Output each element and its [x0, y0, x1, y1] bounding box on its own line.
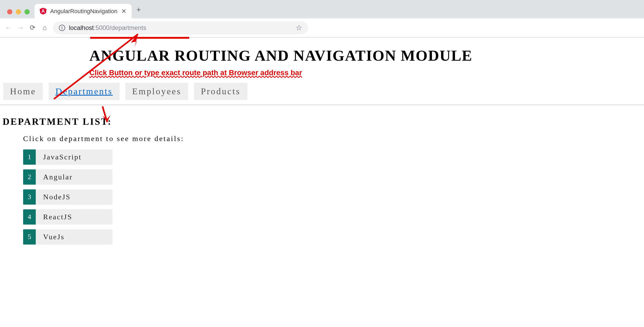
dept-id-badge: 3 [23, 189, 36, 205]
list-item[interactable]: 5 VueJs [23, 229, 113, 245]
new-tab-button[interactable]: + [132, 5, 146, 17]
nav-tab-label: Departments [55, 86, 113, 96]
dept-name: ReactJS [36, 213, 72, 221]
url-text: localhost:5000/departments [69, 24, 146, 32]
site-info-icon[interactable]: i [59, 25, 65, 31]
url-host: localhost [69, 24, 94, 31]
home-button[interactable]: ⌂ [41, 24, 48, 32]
dept-name: VueJs [36, 233, 65, 241]
dept-id-badge: 4 [23, 209, 36, 225]
browser-chrome: A AngularRoutingNavigation ✕ + ← → ⟳ ⌂ i… [0, 0, 644, 38]
nav-tab-products[interactable]: Products [194, 83, 247, 100]
list-item[interactable]: 1 JavaScript [23, 149, 113, 165]
bookmark-star-icon[interactable]: ☆ [296, 23, 302, 32]
tab-strip: A AngularRoutingNavigation ✕ + [0, 0, 644, 18]
department-list: 1 JavaScript 2 Angular 3 NodeJS 4 ReactJ… [23, 149, 644, 245]
sub-instruction: Click on department to see more details: [23, 134, 644, 143]
address-bar[interactable]: i localhost:5000/departments ☆ [53, 21, 308, 34]
reload-button[interactable]: ⟳ [29, 24, 36, 32]
nav-tab-label: Home [10, 86, 36, 96]
maximize-window-icon[interactable] [24, 9, 30, 14]
window-controls [4, 9, 34, 18]
nav-tab-departments[interactable]: Departments [49, 83, 120, 100]
dept-id-badge: 2 [23, 169, 36, 185]
close-window-icon[interactable] [7, 9, 12, 14]
nav-tab-employees[interactable]: Employees [125, 83, 188, 100]
browser-toolbar: ← → ⟳ ⌂ i localhost:5000/departments ☆ [0, 18, 644, 37]
page-title: ANGULAR ROUTING AND NAVIGATION MODULE [89, 47, 644, 64]
back-button[interactable]: ← [5, 24, 12, 32]
url-port: :5000 [94, 24, 110, 31]
page-content: ANGULAR ROUTING AND NAVIGATION MODULE Cl… [0, 47, 644, 245]
dept-id-badge: 5 [23, 229, 36, 245]
list-item[interactable]: 4 ReactJS [23, 209, 113, 225]
list-item[interactable]: 3 NodeJS [23, 189, 113, 205]
tab-title: AngularRoutingNavigation [50, 8, 117, 15]
dept-name: JavaScript [36, 153, 82, 161]
dept-id-badge: 1 [23, 149, 36, 165]
section-heading: DEPARTMENT LIST: [3, 116, 644, 127]
forward-button[interactable]: → [17, 24, 24, 32]
close-tab-icon[interactable]: ✕ [121, 8, 126, 15]
list-item[interactable]: 2 Angular [23, 169, 113, 185]
url-path: /departments [110, 24, 146, 31]
browser-tab[interactable]: A AngularRoutingNavigation ✕ [34, 4, 132, 18]
nav-tab-home[interactable]: Home [3, 83, 43, 100]
instruction-text: Click Button or type exact route path at… [89, 69, 644, 77]
nav-tabs: Home Departments Employees Products [0, 83, 644, 105]
nav-tab-label: Employees [132, 86, 181, 96]
dept-name: NodeJS [36, 193, 71, 201]
nav-tab-label: Products [201, 86, 241, 96]
angular-favicon-icon: A [40, 8, 47, 15]
dept-name: Angular [36, 173, 73, 181]
minimize-window-icon[interactable] [16, 9, 21, 14]
